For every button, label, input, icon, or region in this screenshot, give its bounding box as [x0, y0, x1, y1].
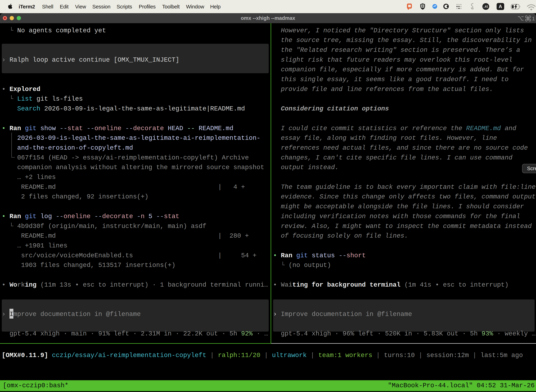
svg-text:1: 1 — [532, 16, 535, 21]
